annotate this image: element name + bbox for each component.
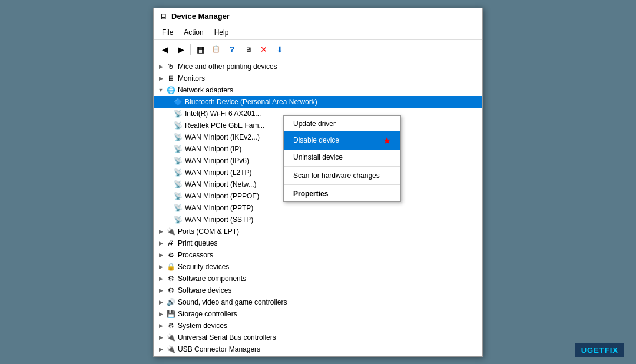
icon-wan-pppoe: 📡 (173, 191, 183, 201)
tree-item-print[interactable]: ▶ 🖨 Print queues (154, 237, 482, 249)
tree-item-usb-connector[interactable]: ▶ 🔌 USB Connector Managers (154, 343, 482, 355)
label-wan-pppoe: WAN Miniport (PPPOE) (185, 192, 259, 200)
icon-security: 🔒 (165, 262, 176, 272)
tree-item-software-comp[interactable]: ▶ ⚙ Software components (154, 273, 482, 284)
label-system: System devices (178, 322, 227, 330)
tree-item-ports[interactable]: ▶ 🔌 Ports (COM & LPT) (154, 226, 482, 237)
ctx-uninstall-device[interactable]: Uninstall device (284, 150, 400, 165)
icon-processors: ⚙ (165, 250, 176, 260)
label-network: Network adapters (178, 86, 233, 94)
label-ports: Ports (COM & LPT) (178, 227, 239, 236)
uninstall-button[interactable]: ✕ (256, 42, 271, 57)
tree-item-sound[interactable]: ▶ 🔊 Sound, video and game controllers (154, 296, 482, 308)
icon-wan-ikev2: 📡 (173, 133, 183, 142)
label-wan-ip: WAN Miniport (IP) (185, 145, 241, 153)
expander-print: ▶ (156, 240, 165, 246)
expander-ports: ▶ (156, 229, 165, 234)
icon-wan-pptp: 📡 (173, 203, 183, 213)
ctx-properties[interactable]: Properties (284, 186, 400, 201)
tree-item-usb[interactable]: ▶ 🔌 Universal Serial Bus controllers (154, 332, 482, 343)
icon-realtek: 📡 (173, 121, 183, 130)
label-wan-sstp: WAN Miniport (SSTP) (185, 216, 253, 224)
icon-bluetooth: 🔷 (173, 97, 183, 107)
icon-wifi: 📡 (173, 109, 183, 118)
star-indicator-icon: ★ (383, 135, 391, 146)
tree-item-network[interactable]: ▼ 🌐 Network adapters (154, 84, 482, 96)
label-usb: Universal Serial Bus controllers (178, 333, 276, 342)
label-processors: Processors (178, 251, 213, 259)
menu-bar: File Action Help (154, 25, 482, 40)
icon-software-dev: ⚙ (165, 286, 176, 295)
label-wan-ikev2: WAN Miniport (IKEv2...) (185, 133, 260, 141)
label-wan-pptp: WAN Miniport (PPTP) (185, 204, 253, 212)
expander-usb-connector: ▶ (156, 346, 165, 352)
label-software-comp: Software components (178, 274, 246, 283)
ctx-separator-1 (284, 166, 400, 167)
device-tree[interactable]: ▶ 🖱 Mice and other pointing devices ▶ 🖥 … (154, 59, 482, 356)
title-bar-text: Device Manager (171, 12, 230, 21)
tree-item-security[interactable]: ▶ 🔒 Security devices (154, 261, 482, 273)
label-software-dev: Software devices (178, 286, 231, 294)
label-bluetooth: Bluetooth Device (Personal Area Network) (185, 98, 317, 106)
icon-network: 🌐 (165, 85, 176, 95)
label-security: Security devices (178, 263, 229, 271)
tree-item-storage[interactable]: ▶ 💾 Storage controllers (154, 308, 482, 320)
title-bar-icon: 🖥 (160, 12, 168, 21)
icon-software-comp: ⚙ (165, 274, 176, 283)
ctx-update-driver[interactable]: Update driver (284, 116, 400, 131)
scan-button[interactable]: ⬇ (272, 42, 287, 57)
menu-help[interactable]: Help (210, 27, 234, 38)
show-hide-button[interactable]: ▦ (193, 42, 208, 57)
expander-usb: ▶ (156, 335, 165, 340)
tree-item-monitors[interactable]: ▶ 🖥 Monitors (154, 72, 482, 84)
tree-item-system[interactable]: ▶ ⚙ System devices (154, 320, 482, 332)
tree-item-bluetooth[interactable]: 🔷 Bluetooth Device (Personal Area Networ… (154, 96, 482, 108)
toolbar: ◀ ▶ ▦ 📋 ? 🖥 ✕ ⬇ (154, 40, 482, 59)
label-wan-l2tp: WAN Miniport (L2TP) (185, 168, 252, 177)
ctx-scan-hardware[interactable]: Scan for hardware changes (284, 168, 400, 183)
icon-ports: 🔌 (165, 227, 176, 236)
expander-storage: ▶ (156, 311, 165, 317)
expander-sound: ▶ (156, 299, 165, 305)
icon-system: ⚙ (165, 321, 176, 330)
expander-network: ▼ (156, 87, 165, 93)
icon-mice: 🖱 (165, 62, 176, 71)
icon-usb: 🔌 (165, 333, 176, 342)
tree-item-software-dev[interactable]: ▶ ⚙ Software devices (154, 284, 482, 296)
update-driver-button[interactable]: 🖥 (240, 42, 256, 57)
back-button[interactable]: ◀ (157, 42, 173, 57)
device-manager-window: 🖥 Device Manager File Action Help ◀ ▶ ▦ … (153, 8, 483, 357)
icon-sound: 🔊 (165, 297, 176, 307)
label-storage: Storage controllers (178, 310, 237, 318)
toolbar-sep-1 (190, 44, 191, 55)
label-mice: Mice and other pointing devices (178, 62, 277, 71)
label-print: Print queues (178, 239, 217, 247)
expander-monitors: ▶ (156, 75, 165, 81)
watermark: UGETFIX (575, 343, 624, 357)
forward-button[interactable]: ▶ (173, 42, 188, 57)
tree-item-wan-pptp[interactable]: 📡 WAN Miniport (PPTP) (154, 202, 482, 214)
tree-item-processors[interactable]: ▶ ⚙ Processors (154, 249, 482, 261)
icon-print: 🖨 (165, 239, 176, 248)
ctx-separator-2 (284, 184, 400, 185)
icon-wan-ipv6: 📡 (173, 156, 183, 166)
properties-button[interactable]: 📋 (208, 42, 224, 57)
icon-wan-l2tp: 📡 (173, 168, 183, 177)
menu-action[interactable]: Action (179, 27, 208, 38)
label-usb-connector: USB Connector Managers (178, 345, 260, 353)
tree-item-mice[interactable]: ▶ 🖱 Mice and other pointing devices (154, 61, 482, 72)
ctx-disable-device[interactable]: Disable device ★ (284, 131, 400, 150)
icon-wan-sstp: 📡 (173, 215, 183, 224)
content-area: ▶ 🖱 Mice and other pointing devices ▶ 🖥 … (154, 59, 482, 356)
expander-system: ▶ (156, 323, 165, 329)
expander-mice: ▶ (156, 64, 165, 70)
label-realtek: Realtek PCIe GbE Fam... (185, 121, 264, 130)
expander-software-comp: ▶ (156, 276, 165, 282)
icon-monitors: 🖥 (165, 74, 176, 83)
icon-usb-connector: 🔌 (165, 345, 176, 354)
expander-software-dev: ▶ (156, 287, 165, 293)
tree-item-wan-sstp[interactable]: 📡 WAN Miniport (SSTP) (154, 214, 482, 226)
help-button[interactable]: ? (224, 42, 240, 57)
label-wifi: Intel(R) Wi-Fi 6 AX201... (185, 110, 261, 118)
menu-file[interactable]: File (157, 27, 178, 38)
